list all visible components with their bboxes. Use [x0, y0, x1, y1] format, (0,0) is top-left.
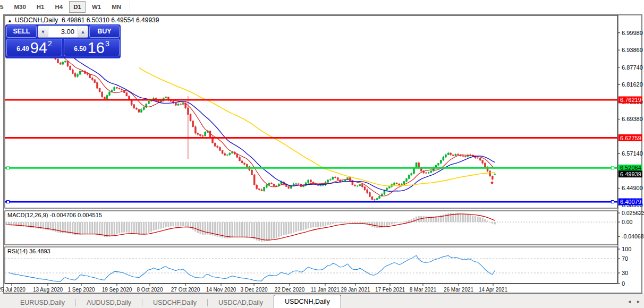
tab-scroll-right-icon[interactable]: ▸ [637, 298, 640, 304]
macd-histogram-bar [89, 222, 91, 234]
sell-button[interactable]: SELL [6, 25, 37, 38]
macd-histogram-bar [399, 222, 400, 223]
panel-collapse-icon[interactable]: ▲ [7, 18, 12, 23]
macd-histogram-bar [99, 222, 100, 235]
macd-histogram-bar [340, 222, 341, 223]
macd-histogram-bar [60, 222, 61, 233]
level-line-handle [612, 201, 614, 203]
macd-histogram-bar [388, 222, 390, 225]
macd-histogram-bar [276, 222, 277, 238]
buy-price-button[interactable]: 6.50 16 3 [64, 39, 120, 56]
macd-histogram-bar [91, 222, 93, 234]
macd-histogram-bar [6, 222, 7, 225]
price-scale-label: 6.69380 [622, 116, 643, 122]
macd-histogram-bar [401, 222, 402, 223]
macd-histogram-bar [170, 222, 172, 226]
macd-histogram-bar [116, 222, 117, 234]
macd-histogram-bar [194, 222, 196, 232]
macd-histogram-bar [244, 222, 245, 237]
macd-histogram-bar [94, 222, 96, 234]
price-scale-label: 6.81620 [622, 81, 643, 88]
macd-scale-label: -0.040687 [622, 233, 644, 239]
sell-price-sup: 2 [48, 39, 52, 48]
macd-histogram-bar [187, 222, 189, 227]
macd-histogram-bar [472, 216, 473, 222]
level-line-handle [7, 201, 10, 203]
macd-histogram-bar [118, 222, 120, 233]
macd-histogram-bar [143, 222, 145, 234]
tab-audusd[interactable]: AUDUSD,Daily [76, 297, 142, 308]
volume-stepper: ▼ ▲ [38, 25, 88, 38]
buy-price-sup: 3 [105, 39, 109, 48]
sell-price-button[interactable]: 6.49 94 2 [6, 39, 62, 56]
macd-histogram-bar [457, 213, 459, 223]
macd-histogram-bar [251, 222, 253, 238]
macd-histogram-bar [482, 218, 484, 222]
tab-eurusd[interactable]: EURUSD,Daily [10, 297, 75, 308]
macd-histogram-bar [347, 222, 349, 223]
macd-histogram-bar [322, 222, 324, 226]
macd-histogram-bar [146, 222, 147, 234]
price-level-label: 6.62759 [620, 135, 641, 141]
macd-histogram-bar [484, 219, 486, 222]
tab-scroll-left-icon[interactable]: ◂ [628, 298, 631, 304]
macd-histogram-bar [106, 222, 108, 237]
macd-histogram-bar [129, 222, 130, 233]
macd-histogram-bar [464, 215, 466, 222]
macd-histogram-bar [133, 222, 135, 234]
macd-histogram-bar [278, 222, 279, 237]
macd-histogram-bar [138, 222, 140, 235]
time-axis-label: 13 Aug 2020 [33, 287, 63, 293]
macd-histogram-bar [87, 222, 88, 234]
macd-histogram-bar [167, 222, 169, 227]
macd-indicator-label: MACD(12,26,9) -0.004706 0.004515 [7, 212, 102, 218]
macd-histogram-bar [376, 222, 378, 228]
macd-histogram-bar [325, 222, 326, 226]
time-axis-label: 26 Mar 2021 [444, 287, 474, 293]
sell-price-prefix: 6.49 [16, 45, 29, 53]
macd-histogram-bar [298, 222, 299, 231]
time-axis-label: 17 Feb 2021 [375, 287, 405, 293]
tab-usdcnh-active[interactable]: USDCNH,Daily [274, 295, 341, 308]
macd-histogram-bar [205, 222, 206, 235]
macd-histogram-bar [101, 222, 103, 236]
macd-histogram-bar [123, 222, 125, 233]
buy-price-prefix: 6.50 [74, 45, 86, 53]
macd-histogram-bar [177, 222, 179, 226]
macd-histogram-bar [447, 213, 449, 222]
macd-histogram-bar [153, 222, 155, 230]
time-axis-label: 1 Sep 2020 [67, 287, 95, 293]
rsi-scale-label: 70 [622, 255, 628, 262]
volume-input[interactable] [48, 26, 78, 37]
macd-histogram-bar [273, 222, 275, 238]
price-level-label: 6.49939 [620, 171, 641, 177]
macd-histogram-bar [285, 222, 287, 235]
macd-histogram-bar [352, 222, 353, 223]
buy-button[interactable]: BUY [89, 25, 120, 38]
macd-histogram-bar [403, 221, 405, 222]
time-axis-label: 11 Jan 2021 [311, 287, 340, 293]
macd-histogram-bar [406, 221, 408, 222]
macd-histogram-bar [288, 222, 290, 234]
volume-increase-icon[interactable]: ▲ [78, 26, 88, 37]
macd-histogram-bar [197, 222, 199, 233]
macd-histogram-bar [82, 222, 83, 234]
macd-histogram-bar [121, 222, 123, 233]
level-line-handle [7, 167, 10, 169]
macd-histogram-bar [315, 222, 317, 227]
price-scale-label: 6.93860 [622, 47, 643, 53]
macd-histogram-bar [249, 222, 250, 237]
buy-price-big: 16 [88, 41, 105, 55]
time-axis-label: 3 Dec 2020 [240, 287, 268, 293]
tab-usdcad[interactable]: USDCAD,Daily [208, 297, 274, 308]
macd-histogram-bar [258, 222, 260, 241]
macd-histogram-bar [126, 222, 128, 232]
volume-decrease-icon[interactable]: ▼ [38, 26, 48, 37]
price-scale-label: 6.57140 [622, 150, 643, 157]
tab-usdchf[interactable]: USDCHF,Daily [142, 297, 207, 308]
chart-title: ▲USDCNH,Daily 6.49861 6.50310 6.49554 6.… [7, 16, 159, 24]
pane-border [5, 247, 617, 284]
macd-histogram-bar [396, 222, 397, 223]
rsi-scale-label: 100 [622, 246, 631, 252]
macd-histogram-bar [239, 222, 240, 237]
